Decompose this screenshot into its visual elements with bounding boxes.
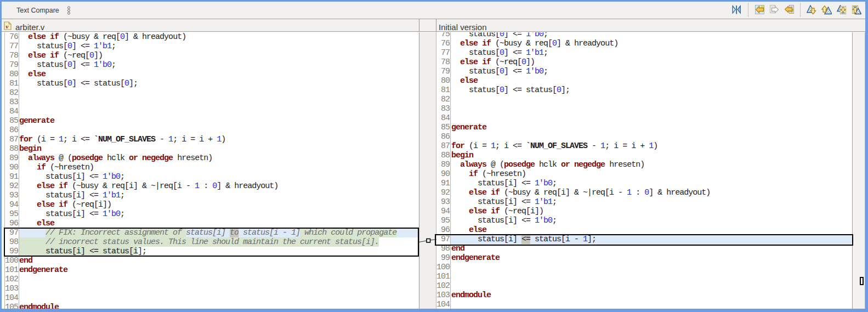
svg-text:v: v: [6, 23, 9, 30]
